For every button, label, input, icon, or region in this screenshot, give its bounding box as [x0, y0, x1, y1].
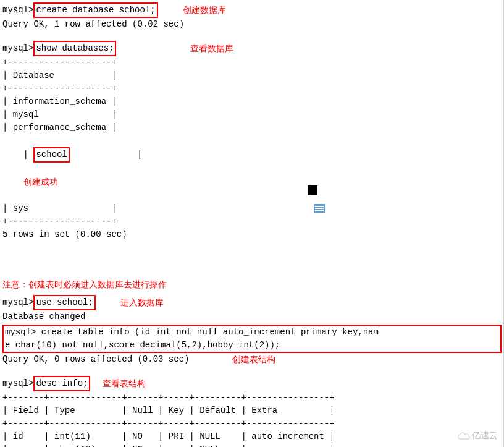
- create-table-line2: e char(10) not null,score decimal(5,2),h…: [5, 339, 499, 352]
- table-row: | name | char(10) | NO | | NULL | |: [2, 443, 502, 447]
- table-border: +--------------------+: [2, 82, 502, 95]
- table-row: | performance_schema |: [2, 121, 502, 134]
- row-suffix: |: [70, 150, 143, 160]
- use-school-command: use school;: [33, 295, 95, 310]
- prompt: mysql>: [2, 296, 33, 309]
- note-warning: 注意：创建表时必须进入数据库去进行操作: [2, 278, 502, 291]
- table-header: | Field | Type | Null | Key | Default | …: [2, 404, 502, 417]
- gap: [2, 241, 502, 278]
- table-border: +--------------------+: [2, 215, 502, 228]
- create-table-annotation: 创建表结构: [232, 353, 275, 366]
- create-db-command: create database school;: [33, 2, 158, 18]
- table-row: | sys |: [2, 202, 502, 215]
- gap: [2, 366, 502, 376]
- table-border: +-------+--------------+------+-----+---…: [2, 391, 502, 404]
- desc-info-line: mysql> desc info; 查看表结构: [2, 376, 502, 391]
- table-row: | information_schema |: [2, 95, 502, 108]
- create-table-result: Query OK, 0 rows affected (0.03 sec): [2, 353, 189, 366]
- prompt: mysql>: [2, 377, 33, 390]
- create-table-result-line: Query OK, 0 rows affected (0.03 sec) 创建表…: [2, 353, 502, 366]
- table-border: +--------------------+: [2, 56, 502, 69]
- create-table-line1: mysql> create table info (id int not nul…: [5, 326, 499, 339]
- school-annotation: 创建成功: [23, 177, 58, 187]
- use-school-line: mysql> use school; 进入数据库: [2, 295, 502, 310]
- table-border: +-------+--------------+------+-----+---…: [2, 417, 502, 430]
- row-prefix: |: [23, 150, 34, 160]
- show-db-result: 5 rows in set (0.00 sec): [2, 228, 502, 241]
- cloud-icon: [457, 432, 471, 440]
- use-school-annotation: 进入数据库: [120, 296, 164, 309]
- use-school-result: Database changed: [2, 310, 502, 323]
- gap: [2, 31, 502, 41]
- table-header: | Database |: [2, 69, 502, 82]
- create-db-annotation: 创建数据库: [183, 4, 226, 17]
- show-db-annotation: 查看数据库: [190, 42, 233, 55]
- table-row-school: | school | 创建成功: [2, 134, 502, 202]
- school-boxed: school: [33, 147, 69, 163]
- section-create-database: mysql> create database school; 创建数据库 Que…: [2, 2, 502, 31]
- desc-info-annotation: 查看表结构: [103, 377, 146, 390]
- desc-info-command: desc info;: [33, 376, 90, 391]
- table-row: | id | int(11) | NO | PRI | NULL | auto_…: [2, 430, 502, 443]
- prompt: mysql>: [2, 42, 33, 55]
- section-show-databases: mysql> show databases; 查看数据库 +----------…: [2, 41, 502, 241]
- section-use-school: mysql> use school; 进入数据库 Database change…: [2, 295, 502, 323]
- cursor-icon: [308, 185, 317, 195]
- watermark: 亿速云: [457, 429, 498, 442]
- watermark-text: 亿速云: [472, 429, 498, 442]
- table-row: | mysql |: [2, 108, 502, 121]
- show-db-line: mysql> show databases; 查看数据库: [2, 41, 502, 56]
- create-db-line: mysql> create database school; 创建数据库: [2, 2, 502, 18]
- prompt: mysql>: [2, 4, 33, 17]
- section-desc-info: mysql> desc info; 查看表结构 +-------+-------…: [2, 376, 502, 447]
- hamburger-icon[interactable]: [314, 204, 325, 213]
- create-db-result: Query OK, 1 row affected (0.02 sec): [2, 18, 502, 31]
- create-table-box: mysql> create table info (id int not nul…: [2, 325, 502, 353]
- show-db-command: show databases;: [33, 41, 116, 56]
